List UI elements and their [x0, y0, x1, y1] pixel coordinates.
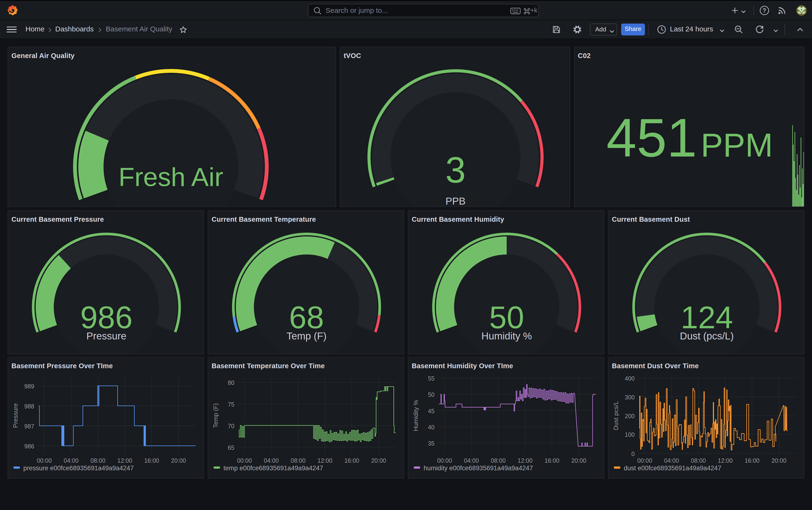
svg-text:08:00: 08:00: [90, 457, 106, 464]
svg-text:Humidity %: Humidity %: [482, 330, 532, 341]
svg-text:65: 65: [228, 444, 234, 451]
svg-text:Temp (F): Temp (F): [287, 330, 326, 341]
svg-text:20:00: 20:00: [371, 457, 386, 464]
svg-text:20:00: 20:00: [571, 457, 586, 464]
svg-text:00:00: 00:00: [37, 457, 52, 464]
svg-text:16:00: 16:00: [745, 457, 760, 464]
svg-text:08:00: 08:00: [291, 457, 306, 464]
svg-text:Pressure: Pressure: [86, 330, 126, 341]
svg-text:12:00: 12:00: [718, 457, 733, 464]
svg-text:400: 400: [625, 375, 635, 382]
svg-text:50: 50: [428, 391, 435, 398]
svg-text:80: 80: [228, 380, 234, 386]
svg-text:12:00: 12:00: [518, 457, 532, 464]
svg-text:200: 200: [625, 413, 635, 419]
svg-text:300: 300: [625, 394, 635, 400]
svg-text:35: 35: [428, 440, 435, 447]
svg-text:70: 70: [228, 423, 234, 429]
svg-text:Dust pcs/L: Dust pcs/L: [612, 401, 619, 430]
svg-text:3: 3: [445, 150, 466, 190]
svg-text:PPB: PPB: [445, 196, 465, 207]
svg-text:986: 986: [24, 443, 34, 450]
svg-text:987: 987: [24, 423, 34, 429]
svg-text:75: 75: [228, 401, 234, 408]
svg-text:451PPM: 451PPM: [606, 108, 773, 168]
svg-text:dust e00fce68935691a49a9a4247: dust e00fce68935691a49a9a4247: [624, 464, 721, 472]
svg-text:00:00: 00:00: [437, 457, 452, 464]
svg-text:20:00: 20:00: [772, 457, 786, 464]
svg-text:16:00: 16:00: [144, 457, 159, 464]
svg-text:04:00: 04:00: [464, 457, 479, 464]
svg-text:04:00: 04:00: [264, 457, 279, 464]
svg-text:986: 986: [80, 300, 133, 335]
svg-text:12:00: 12:00: [117, 457, 132, 464]
svg-text:08:00: 08:00: [691, 457, 706, 464]
svg-text:45: 45: [428, 408, 435, 414]
svg-text:04:00: 04:00: [664, 457, 679, 464]
svg-text:04:00: 04:00: [64, 457, 79, 464]
svg-text:989: 989: [24, 383, 34, 390]
svg-text:40: 40: [428, 424, 435, 430]
svg-text:68: 68: [289, 300, 324, 335]
svg-text:00:00: 00:00: [237, 457, 252, 464]
svg-text:988: 988: [24, 403, 34, 410]
svg-text:16:00: 16:00: [545, 457, 559, 464]
svg-text:temp e00fce68935691a49a9a4247: temp e00fce68935691a49a9a4247: [224, 464, 323, 472]
svg-text:08:00: 08:00: [491, 457, 506, 464]
svg-text:Humidity %: Humidity %: [412, 400, 419, 431]
svg-text:pressure e00fce68935691a49a9a4: pressure e00fce68935691a49a9a4247: [23, 464, 134, 472]
svg-text:0: 0: [631, 451, 635, 457]
svg-text:100: 100: [625, 431, 635, 438]
svg-text:humidity e00fce68935691a49a9a4: humidity e00fce68935691a49a9a4247: [424, 464, 533, 472]
svg-text:12:00: 12:00: [317, 457, 332, 464]
svg-text:Pressure: Pressure: [12, 403, 19, 428]
svg-text:20:00: 20:00: [171, 457, 186, 464]
svg-text:Temp (F): Temp (F): [212, 403, 219, 428]
svg-text:50: 50: [489, 300, 524, 335]
svg-text:124: 124: [680, 300, 733, 335]
svg-text:Dust (pcs/L): Dust (pcs/L): [680, 330, 734, 341]
svg-text:55: 55: [428, 375, 435, 382]
svg-text:00:00: 00:00: [637, 457, 652, 464]
svg-text:Fresh Air: Fresh Air: [118, 162, 223, 191]
svg-text:?: ?: [762, 7, 766, 14]
svg-text:16:00: 16:00: [344, 457, 359, 464]
